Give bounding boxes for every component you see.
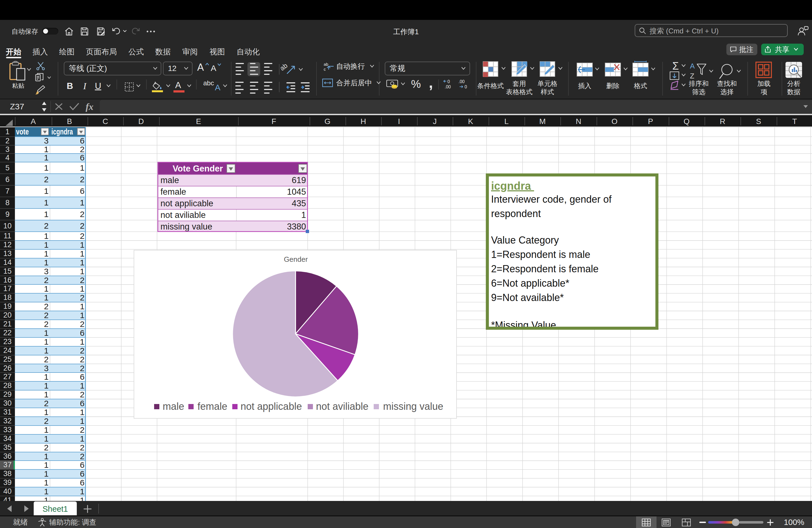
svg-text:0: 0 [465, 85, 467, 89]
svg-text:ab: ab [324, 62, 329, 67]
svg-text:0: 0 [447, 79, 450, 84]
svg-text:.00: .00 [459, 79, 465, 84]
svg-text:A: A [690, 62, 695, 70]
svg-text:.00: .00 [445, 85, 451, 89]
svg-text:Z: Z [690, 72, 694, 80]
svg-text:c: c [324, 67, 326, 72]
